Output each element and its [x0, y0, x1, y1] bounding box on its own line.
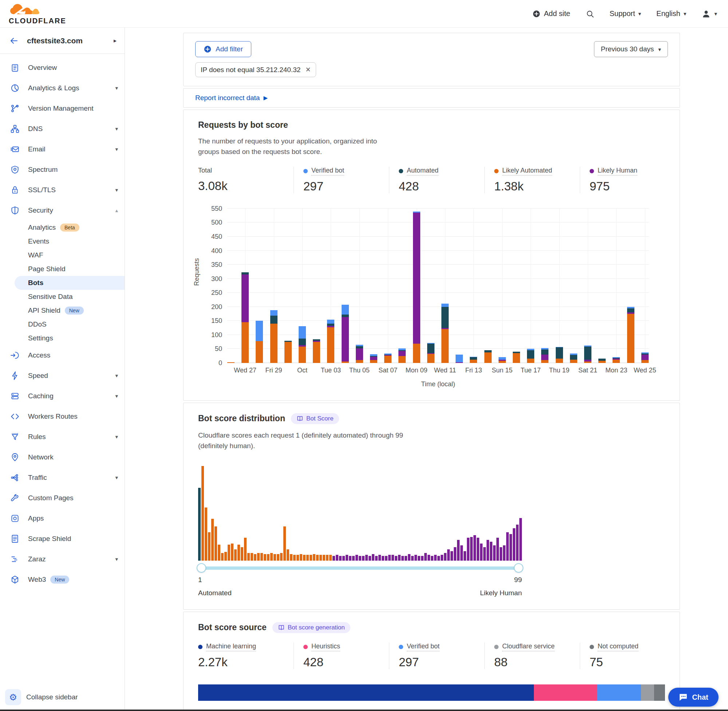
histogram-bar[interactable]	[214, 527, 217, 561]
sidebar-item-scrape-shield[interactable]: Scrape Shield	[0, 529, 124, 549]
histogram-bar[interactable]	[365, 555, 368, 561]
histogram-bar[interactable]	[405, 556, 407, 561]
sidebar-item-custom-pages[interactable]: Custom Pages	[0, 488, 124, 508]
sidebar-item-analytics-logs[interactable]: Analytics & Logs▾	[0, 78, 124, 98]
sidebar-item-dns[interactable]: DNS▾	[0, 119, 124, 139]
histogram-bar[interactable]	[509, 534, 512, 561]
histogram-bar[interactable]	[326, 555, 328, 561]
histogram-bar[interactable]	[277, 554, 279, 561]
sidebar-item-access[interactable]: Access	[0, 345, 124, 366]
chart-bar[interactable]	[241, 272, 249, 363]
stat-label[interactable]: Heuristics	[312, 643, 340, 651]
histogram-bar[interactable]	[310, 555, 312, 561]
chart-bar[interactable]	[499, 357, 506, 363]
chart-bar[interactable]	[570, 354, 577, 363]
chart-bar[interactable]	[413, 211, 420, 363]
histogram-bar[interactable]	[342, 556, 345, 561]
histogram-bar[interactable]	[208, 532, 211, 561]
chart-bar[interactable]	[427, 343, 434, 363]
chart-bar[interactable]	[527, 349, 534, 363]
histogram-bar[interactable]	[336, 555, 338, 561]
histogram-bar[interactable]	[293, 555, 296, 561]
histogram-bar[interactable]	[231, 544, 233, 561]
chart-bar[interactable]	[356, 345, 363, 363]
histogram-bar[interactable]	[434, 555, 437, 561]
histogram-bar[interactable]	[415, 555, 417, 561]
histogram-bar[interactable]	[464, 551, 466, 561]
histogram-bar[interactable]	[372, 554, 374, 561]
histogram-bar[interactable]	[359, 556, 361, 561]
search-button[interactable]	[586, 9, 594, 18]
histogram-bar[interactable]	[450, 551, 453, 561]
chart-bar[interactable]	[598, 358, 605, 363]
chart-bar[interactable]	[456, 355, 463, 363]
histogram-bar[interactable]	[332, 556, 335, 561]
slider-handle-min[interactable]	[196, 563, 206, 573]
histogram-bar[interactable]	[300, 554, 302, 561]
sidebar-item-version-management[interactable]: Version Management	[0, 98, 124, 119]
histogram-bar[interactable]	[201, 466, 204, 561]
histogram-bar[interactable]	[398, 555, 400, 561]
sidebar-item-apps[interactable]: Apps	[0, 508, 124, 529]
histogram-bar[interactable]	[323, 555, 325, 561]
histogram-bar[interactable]	[303, 555, 306, 561]
stat-label[interactable]: Likely Human	[598, 167, 637, 176]
chart-bar[interactable]	[255, 321, 263, 363]
filter-chip[interactable]: IP does not equal 35.212.240.32 ×	[195, 62, 316, 77]
histogram-bar[interactable]	[369, 556, 371, 561]
bot-score-generation-doc-badge[interactable]: Bot score generation	[272, 622, 350, 633]
chart-bar[interactable]	[327, 320, 334, 363]
histogram-bar[interactable]	[306, 555, 309, 561]
add-site-button[interactable]: Add site	[532, 9, 570, 18]
histogram-bar[interactable]	[382, 556, 384, 561]
histogram-bar[interactable]	[408, 554, 411, 561]
histogram-bar[interactable]	[519, 518, 522, 561]
back-arrow-icon[interactable]	[9, 36, 18, 45]
histogram-bar[interactable]	[284, 527, 286, 561]
chart-bar[interactable]	[641, 353, 648, 363]
histogram-bar[interactable]	[431, 556, 433, 561]
histogram-bar[interactable]	[375, 556, 378, 561]
histogram-bar[interactable]	[378, 555, 381, 561]
histogram-bar[interactable]	[251, 553, 253, 561]
histogram-bar[interactable]	[280, 553, 283, 561]
histogram-bar[interactable]	[227, 544, 230, 561]
histogram-bar[interactable]	[198, 488, 201, 561]
source-segment-cloudflare-service[interactable]	[641, 684, 654, 701]
chart-bar[interactable]	[541, 348, 548, 363]
histogram-bar[interactable]	[260, 553, 263, 561]
histogram-bar[interactable]	[487, 540, 489, 561]
sidebar-item-sensitive-data[interactable]: Sensitive Data	[0, 290, 124, 304]
histogram-bar[interactable]	[480, 544, 483, 561]
histogram-bar[interactable]	[428, 555, 430, 561]
histogram-bar[interactable]	[506, 532, 509, 561]
histogram-bar[interactable]	[241, 547, 243, 560]
histogram-bar[interactable]	[313, 554, 315, 561]
histogram-bar[interactable]	[362, 556, 365, 561]
chart-bar[interactable]	[399, 348, 406, 363]
histogram-bar[interactable]	[441, 555, 443, 561]
histogram-bar[interactable]	[224, 552, 227, 560]
histogram-bar[interactable]	[513, 528, 515, 560]
stat-label[interactable]: Cloudflare service	[502, 643, 555, 651]
sidebar-item-page-shield[interactable]: Page Shield	[0, 262, 124, 276]
histogram-bar[interactable]	[490, 542, 492, 561]
histogram-bar[interactable]	[316, 555, 319, 561]
histogram-bar[interactable]	[297, 555, 299, 561]
sidebar-item-bots[interactable]: Bots	[15, 276, 124, 290]
histogram-bar[interactable]	[273, 554, 276, 561]
histogram-bar[interactable]	[211, 519, 214, 560]
sidebar-item-settings[interactable]: Settings	[0, 331, 124, 345]
chart-bar[interactable]	[442, 304, 449, 363]
histogram-bar[interactable]	[496, 538, 499, 560]
collapse-sidebar-button[interactable]: ⚙ Collapse sidebar	[5, 689, 78, 705]
chevron-right-icon[interactable]: ▸	[114, 37, 117, 44]
histogram-bar[interactable]	[388, 555, 391, 561]
chat-button[interactable]: Chat	[668, 688, 719, 707]
chart-bar[interactable]	[227, 362, 235, 363]
histogram-bar[interactable]	[356, 555, 358, 561]
histogram-bar[interactable]	[516, 525, 518, 561]
chart-bar[interactable]	[284, 341, 292, 363]
histogram-bar[interactable]	[424, 553, 427, 561]
histogram-bar[interactable]	[218, 544, 220, 561]
